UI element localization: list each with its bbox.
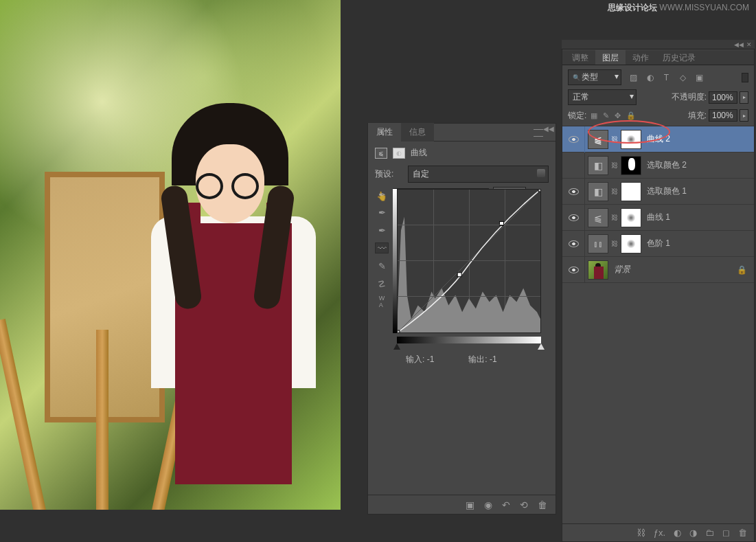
filter-shape-icon[interactable]: ◇ xyxy=(678,72,688,82)
eyedropper-gray-icon[interactable]: ✒ xyxy=(375,207,389,218)
curves-graph[interactable] xyxy=(397,189,541,333)
visibility-toggle-icon[interactable] xyxy=(569,267,579,273)
curves-thumb-icon[interactable]: ⫹ xyxy=(588,208,608,227)
link-mask-icon[interactable]: ⛓ xyxy=(611,135,618,143)
layer-name[interactable]: 色阶 1 xyxy=(647,238,670,249)
curves-adjustment-icon: ⫹ xyxy=(375,148,387,159)
layer-row[interactable]: ⫾⫾ ⛓ 色阶 1 xyxy=(562,231,754,257)
lock-pixels-icon[interactable]: ✎ xyxy=(603,111,609,120)
layer-name[interactable]: 背景 xyxy=(614,264,630,275)
link-mask-icon[interactable]: ⛓ xyxy=(611,240,618,247)
input-gradient xyxy=(397,337,541,343)
curve-point-tool-icon[interactable]: 〰 xyxy=(375,242,389,253)
fill-label: 填充: xyxy=(688,110,707,122)
filter-pixel-icon[interactable]: ▨ xyxy=(628,72,639,82)
pencil-tool-icon[interactable]: ✎ xyxy=(375,260,389,271)
layer-name[interactable]: 选取颜色 1 xyxy=(647,185,687,197)
layer-name[interactable]: 选取颜色 2 xyxy=(647,159,687,171)
layer-row[interactable]: ⫹ ⛓ 曲线 2 xyxy=(562,126,754,153)
mask-icon: ◐ xyxy=(393,148,405,159)
layer-mask-thumb[interactable] xyxy=(621,156,641,175)
toggle-visibility-icon[interactable]: ◉ xyxy=(484,499,492,510)
curves-thumb-icon[interactable]: ⫹ xyxy=(588,130,608,149)
lock-label: 锁定: xyxy=(568,110,586,122)
white-point-slider[interactable] xyxy=(538,343,545,350)
filter-type-icon[interactable]: T xyxy=(661,72,672,82)
panel-menu-icon[interactable] xyxy=(534,127,543,137)
canvas-image[interactable] xyxy=(0,0,341,510)
new-group-icon[interactable]: 🗀 xyxy=(705,528,714,538)
opacity-input[interactable]: 100% xyxy=(709,91,737,104)
link-layers-icon[interactable]: ⛓ xyxy=(637,528,645,538)
layer-filter-select[interactable]: 类型 xyxy=(568,69,621,85)
selective-color-thumb-icon[interactable]: ◧ xyxy=(588,182,608,201)
lock-position-icon[interactable]: ✥ xyxy=(615,111,621,120)
layers-list: ⫹ ⛓ 曲线 2 ◧ ⛓ 选取颜色 2 ◧ ⛓ 选取颜色 1 ⫹ ⛓ xyxy=(562,126,754,283)
visibility-toggle-icon[interactable] xyxy=(569,162,579,169)
new-adjustment-icon[interactable]: ◑ xyxy=(689,528,697,538)
watermark: 思缘设计论坛 WWW.MISSYUAN.COM xyxy=(608,2,749,14)
svg-rect-2 xyxy=(457,273,461,277)
previous-state-icon[interactable]: ↶ xyxy=(502,499,510,510)
layer-row[interactable]: ⫹ ⛓ 曲线 1 xyxy=(562,205,754,231)
preset-select[interactable]: 自定 xyxy=(408,166,549,183)
visibility-toggle-icon[interactable] xyxy=(569,188,579,195)
opacity-flyout-icon[interactable]: ▸ xyxy=(740,91,748,104)
levels-thumb-icon[interactable]: ⫾⫾ xyxy=(588,234,608,253)
filter-smart-icon[interactable]: ▣ xyxy=(694,72,705,82)
tab-actions[interactable]: 动作 xyxy=(626,50,656,65)
selective-color-thumb-icon[interactable]: ◧ xyxy=(588,156,608,175)
tab-info[interactable]: 信息 xyxy=(401,123,434,142)
properties-panel: ◀◀ 属性 信息 ⫹ ◐ 曲线 预设: 自定 👆 RGB 自动 ✒ ✒ ✒ 〰 … xyxy=(367,123,556,515)
reset-icon[interactable]: ⟲ xyxy=(520,499,528,510)
eyedropper-black-icon[interactable]: ✒ xyxy=(375,189,389,200)
opacity-label: 不透明度: xyxy=(672,91,707,103)
background-thumb[interactable] xyxy=(588,260,608,280)
tab-layers[interactable]: 图层 xyxy=(595,50,626,65)
filter-adjustment-icon[interactable]: ◐ xyxy=(645,72,655,82)
blend-mode-select[interactable]: 正常 xyxy=(568,89,637,105)
fill-flyout-icon[interactable]: ▸ xyxy=(740,109,748,122)
svg-rect-1 xyxy=(398,330,400,332)
delete-adjustment-icon[interactable]: 🗑 xyxy=(538,499,547,510)
tab-properties[interactable]: 属性 xyxy=(368,123,401,142)
eyedropper-white-icon[interactable]: ✒ xyxy=(375,225,389,236)
lock-all-icon[interactable]: 🔒 xyxy=(626,111,636,120)
lock-transparency-icon[interactable]: ▦ xyxy=(591,111,597,120)
layer-name[interactable]: 曲线 2 xyxy=(647,133,670,145)
layer-mask-thumb[interactable] xyxy=(621,234,641,253)
adjustment-type-label: 曲线 xyxy=(411,147,427,159)
layer-row[interactable]: ◧ ⛓ 选取颜色 2 xyxy=(562,153,754,179)
fill-input[interactable]: 100% xyxy=(709,109,737,122)
filter-toggle[interactable] xyxy=(742,73,748,82)
layer-style-icon[interactable]: ƒx. xyxy=(654,528,665,538)
preset-label: 预设: xyxy=(375,168,404,180)
layer-name[interactable]: 曲线 1 xyxy=(647,212,670,223)
hand-icon[interactable]: WA xyxy=(375,296,389,307)
tab-history[interactable]: 历史记录 xyxy=(656,50,702,65)
link-mask-icon[interactable]: ⛓ xyxy=(611,214,618,221)
black-point-slider[interactable] xyxy=(393,343,400,350)
panel-close-icon[interactable]: ✕ xyxy=(746,41,752,48)
lock-icon: 🔒 xyxy=(737,265,747,275)
layer-mask-thumb[interactable] xyxy=(621,208,641,227)
visibility-toggle-icon[interactable] xyxy=(569,240,579,247)
output-readout: 输出: -1 xyxy=(468,354,496,365)
layer-mask-thumb[interactable] xyxy=(621,130,641,149)
add-mask-icon[interactable]: ◐ xyxy=(674,528,681,538)
new-layer-icon[interactable]: ◻ xyxy=(722,528,730,538)
layer-row[interactable]: 背景 🔒 xyxy=(562,257,754,283)
input-readout: 输入: -1 xyxy=(406,354,434,365)
clip-to-layer-icon[interactable]: ▣ xyxy=(466,499,474,510)
link-mask-icon[interactable]: ⛓ xyxy=(611,161,618,169)
visibility-toggle-icon[interactable] xyxy=(569,136,579,143)
panel-collapse-left-icon[interactable]: ◀◀ xyxy=(734,41,744,48)
smooth-icon[interactable]: ☡ xyxy=(375,278,389,289)
visibility-toggle-icon[interactable] xyxy=(569,214,579,221)
layer-mask-thumb[interactable] xyxy=(621,182,641,201)
link-mask-icon[interactable]: ⛓ xyxy=(611,188,618,195)
layer-row[interactable]: ◧ ⛓ 选取颜色 1 xyxy=(562,179,754,205)
tab-adjustments[interactable]: 调整 xyxy=(565,50,595,65)
delete-layer-icon[interactable]: 🗑 xyxy=(738,528,747,538)
svg-line-0 xyxy=(398,190,540,332)
